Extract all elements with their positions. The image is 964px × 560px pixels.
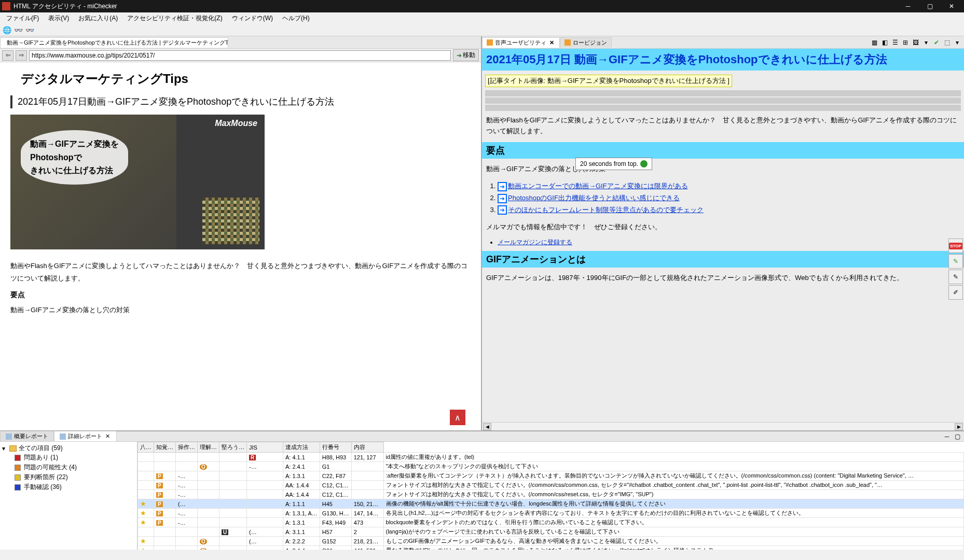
stop-button[interactable]: STOP — [948, 239, 963, 253]
list-icon[interactable]: ☰ — [890, 38, 900, 47]
severity-square-icon — [15, 484, 21, 491]
table-row[interactable]: P-…AA: 1.4.4C12, C1…フォントサイズは相対的な大きさで指定して… — [138, 481, 964, 490]
table-row[interactable]: U(…A: 3.1.1H572(lang=ja)がそのウェブページで主に使われて… — [138, 527, 964, 537]
column-header[interactable]: 内容 — [351, 442, 383, 453]
window-close-button[interactable]: ✕ — [941, 1, 962, 12]
tree-item-label: 要判断箇所 (22) — [24, 473, 68, 482]
check-icon[interactable]: ✔ — [932, 38, 941, 47]
sim-paragraph: GIFアニメーションは、1987年・1990年にGIFの一部として規格化されたア… — [482, 270, 964, 287]
column-header[interactable]: 堅ろう… — [219, 442, 247, 453]
sim-sub: 動画→GIFアニメ変換の落とし穴の対策 — [482, 161, 964, 178]
tab-close-button[interactable]: ✕ — [548, 39, 555, 46]
glasses-amber-icon[interactable]: 👓 — [25, 25, 34, 35]
horizontal-scrollbar[interactable]: ◀ ▶ — [482, 422, 964, 430]
report-icon — [6, 433, 12, 440]
sim-link[interactable]: メールマガジンに登録する — [498, 239, 572, 246]
column-header[interactable]: 知覚… — [154, 442, 176, 453]
sim-link[interactable]: PhotoshopのGIF出力機能を使うと結構いい感じにできる — [508, 194, 680, 202]
scroll-to-top-button[interactable]: ∧ — [450, 410, 465, 425]
sim-ul: メールマガジンに登録する — [482, 236, 964, 249]
column-header[interactable]: 理解… — [198, 442, 219, 453]
column-header[interactable]: 操作… — [176, 442, 198, 453]
tree-root[interactable]: ▾ 全ての項目 (59) — [2, 444, 135, 453]
simulation-viewport[interactable]: 2021年05月17日 動画→GIFアニメ変換をPhotoshopできれいに仕上… — [482, 49, 964, 422]
tree-item[interactable]: 問題の可能性大 (4) — [15, 463, 135, 472]
table-row[interactable]: ★P-…A: 1.3.1, A…G130, H…147, 14…各見出し(h1,… — [138, 509, 964, 518]
window-maximize-button[interactable]: ▢ — [919, 1, 940, 12]
column-header[interactable]: 八… — [138, 442, 154, 453]
go-label: 移動 — [463, 51, 475, 60]
sim-paragraph: メルマガでも情報を配信中です！ ぜひご登録ください。 — [482, 219, 964, 236]
column-header[interactable]: JIS — [247, 442, 283, 453]
color-swatch-grid — [202, 198, 259, 244]
tree-item[interactable]: 要判断箇所 (22) — [15, 472, 135, 482]
table-row[interactable]: ★P(…A: 1.1.1H45150, 21…画像の機能や情報がalt属性で十分… — [138, 499, 964, 509]
brush-green-button[interactable]: ✎ — [948, 254, 963, 269]
table-icon[interactable]: ⊞ — [901, 38, 910, 47]
table-row[interactable]: ★O(…A: 2.2.2G152218, 21…もしこのGIF画像がアニメーショ… — [138, 537, 964, 546]
summary-heading: 要点 — [10, 290, 471, 300]
tree-collapse-icon[interactable]: ▾ — [2, 445, 7, 452]
severity-square-icon — [15, 474, 21, 481]
column-header[interactable]: 行番号 — [320, 442, 351, 453]
hero-overlay-text: 動画→GIFアニメ変換を Photoshopで きれいに仕上げる方法 — [21, 130, 128, 185]
sim-paragraph: 動画やFlashをGIFアニメに変換しようとしてハマったことはありませんか？ 甘… — [482, 112, 964, 140]
window-minimize-button[interactable]: ─ — [898, 1, 918, 12]
table-row[interactable]: P-…A: 1.3.1C22, F87:after擬似要素を用いてコンテンツ（テ… — [138, 471, 964, 481]
browser-tab[interactable]: 動画→GIFアニメ変換をPhotoshopできれいに仕上げる方法 | デジタルマ… — [0, 37, 228, 48]
menubar: ファイル(F) 表示(V) お気に入り(A) アクセシビリティ検証・視覚化(Z)… — [0, 12, 964, 24]
globe-icon[interactable]: 🌐 — [2, 25, 11, 35]
sim-link[interactable]: そのほかにもフレームレート制限等注意点があるので要チェック — [508, 206, 704, 214]
pencil-button[interactable]: ✐ — [948, 285, 963, 300]
menu-help[interactable]: ヘルプ(H) — [278, 13, 314, 24]
nav-back-button[interactable]: ⇦ — [2, 50, 13, 61]
url-input[interactable] — [29, 50, 451, 61]
brush-gray-button[interactable]: ✎ — [948, 270, 963, 284]
grid-icon[interactable]: ▦ — [870, 38, 879, 47]
tree-item[interactable]: 手動確認 (36) — [15, 482, 135, 492]
voice-icon — [487, 39, 493, 46]
issue-tree-panel: ▾ 全ての項目 (59) 問題あり (1)問題の可能性大 (4)要判断箇所 (2… — [0, 442, 137, 550]
sim-ordered-list: ➔動画エンコーダーでの動画→GIFアニメ変換には限界がある ➔Photoshop… — [482, 177, 964, 219]
list-item: メールマガジンに登録する — [498, 238, 948, 247]
table-row[interactable]: RA: 4.1.1H88, H93121, 127id属性の値に重複があります。… — [138, 453, 964, 462]
menu-favorites[interactable]: お気に入り(A) — [74, 13, 122, 24]
scroll-right-button[interactable]: ▶ — [955, 423, 963, 430]
report-icon — [60, 433, 66, 440]
dropdown-icon[interactable]: ▾ — [921, 38, 931, 47]
link-arrow-icon: ➔ — [498, 205, 507, 215]
maximize-panel-icon[interactable]: ▢ — [953, 432, 962, 441]
menu-window[interactable]: ウィンドウ(W) — [228, 13, 277, 24]
tab-detail-report[interactable]: 詳細レポート ✕ — [54, 431, 117, 442]
column-header[interactable]: 達成方法 — [283, 442, 320, 453]
minimize-panel-icon[interactable]: ─ — [942, 432, 952, 441]
more-icon[interactable]: ▾ — [953, 38, 962, 47]
glasses-blue-icon[interactable]: 👓 — [13, 25, 23, 35]
menu-file[interactable]: ファイル(F) — [2, 13, 43, 24]
tree-item[interactable]: 問題あり (1) — [15, 453, 135, 463]
tree-item-label: 問題あり (1) — [24, 453, 58, 462]
scroll-left-button[interactable]: ◀ — [483, 423, 491, 430]
star-icon: ★ — [140, 509, 146, 517]
tab-close-button[interactable]: ✕ — [104, 433, 111, 440]
nav-forward-button[interactable]: ⇨ — [16, 50, 27, 61]
sim-link[interactable]: 動画エンコーダーでの動画→GIFアニメ変換には限界がある — [508, 182, 688, 190]
table-row[interactable]: ★P-…A: 1.3.1F43, H49473blockquote要素をインデン… — [138, 518, 964, 527]
menu-view[interactable]: 表示(V) — [44, 13, 73, 24]
tab-voice-usability[interactable]: 音声ユーザビリティ ✕ — [482, 37, 560, 48]
browser-viewport[interactable]: デジタルマーケティングTips 2021年05月17日動画→GIFアニメ変換をP… — [0, 62, 481, 430]
simulation-tab-row: 音声ユーザビリティ ✕ ロービジョン ▦ ◧ ☰ ⊞ 🖼 ▾ ✔ ⬚ ▾ — [482, 36, 964, 49]
table-row[interactable]: O-…A: 2.4.1G1"本文へ移動"などのスキップリンクの提供を検討して下さ… — [138, 462, 964, 471]
tab-low-vision[interactable]: ロービジョン — [560, 37, 612, 48]
tab-summary-report[interactable]: 概要レポート — [0, 431, 54, 442]
image-icon[interactable]: 🖼 — [911, 38, 920, 47]
side-toolbar: STOP ✎ ✎ ✐ — [948, 239, 963, 300]
layout-icon[interactable]: ◧ — [880, 38, 889, 47]
table-row[interactable]: ★O-…A: 2.4.4G91441, 501異なる複数のURLへのリンクに、同… — [138, 546, 964, 550]
menu-accessibility[interactable]: アクセシビリティ検証・視覚化(Z) — [123, 13, 226, 24]
html-icon[interactable]: ⬚ — [942, 38, 952, 47]
reading-time-tooltip: 20 seconds from top. — [575, 158, 652, 170]
issue-grid-panel[interactable]: 八…知覚…操作…理解…堅ろう…JIS達成方法行番号内容 RA: 4.1.1H88… — [137, 442, 964, 550]
table-row[interactable]: P-…AA: 1.4.4C12, C1…フォントサイズは相対的な大きさで指定して… — [138, 490, 964, 499]
go-button[interactable]: ➜ 移動 — [453, 49, 479, 61]
